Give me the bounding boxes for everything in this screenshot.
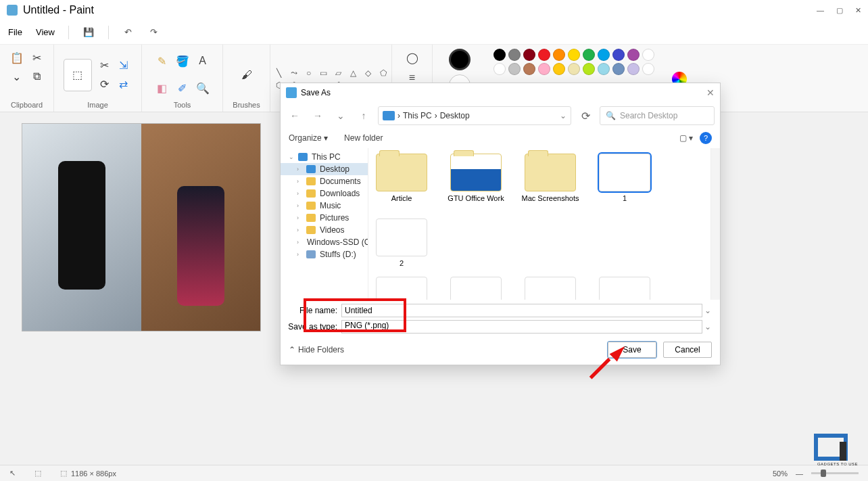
fill-tool[interactable]: 🪣	[174, 52, 191, 70]
color-swatch[interactable]	[568, 63, 580, 75]
statusbar: ↖ ⬚ ⬚1186 × 886px 50% —	[0, 465, 868, 481]
color-swatch[interactable]	[523, 49, 535, 61]
color-swatch[interactable]	[538, 63, 550, 75]
copy-button[interactable]: ⧉	[28, 68, 46, 85]
dialog-icon	[286, 87, 297, 98]
color-swatch[interactable]	[493, 49, 506, 61]
text-tool[interactable]: A	[194, 52, 212, 70]
undo-icon[interactable]: ↶	[122, 26, 135, 39]
nav-up-button[interactable]: ↑	[355, 110, 372, 121]
color1-swatch[interactable]	[449, 49, 471, 70]
nav-tree[interactable]: ⌄This PC ›Desktop ›Documents ›Downloads …	[281, 148, 368, 300]
color-swatch[interactable]	[598, 49, 610, 61]
file-list[interactable]: Article GTU Office Work Mac Screenshots …	[368, 148, 710, 300]
cancel-button[interactable]: Cancel	[663, 342, 712, 358]
color-swatch[interactable]	[508, 49, 521, 61]
search-icon: 🔍	[606, 111, 616, 120]
nav-recent-button[interactable]: ⌄	[332, 110, 349, 121]
redo-icon[interactable]: ↷	[148, 26, 160, 39]
rotate-icon[interactable]: ⟳	[96, 76, 114, 93]
view-options-button[interactable]: ▢ ▾	[679, 133, 693, 143]
file-item[interactable]: 2	[372, 219, 431, 267]
app-icon	[7, 5, 18, 16]
color-palette-row2[interactable]	[493, 63, 656, 75]
nav-forward-button[interactable]: →	[309, 110, 327, 121]
titlebar: Untitled - Paint — ▢ ✕	[0, 0, 868, 20]
filename-input[interactable]	[341, 304, 702, 317]
magnifier-tool[interactable]: 🔍	[194, 80, 212, 97]
maximize-button[interactable]: ▢	[836, 6, 843, 15]
crop-icon[interactable]: ✂	[96, 57, 114, 74]
folder-item[interactable]: Mac Screenshots	[521, 154, 579, 202]
watermark: GADGETS TO USE	[814, 434, 861, 467]
color-swatch[interactable]	[642, 63, 654, 75]
hide-folders-button[interactable]: ⌃Hide Folders	[289, 345, 344, 354]
filename-dropdown-icon[interactable]: ⌄	[702, 306, 713, 315]
folder-item[interactable]: GTU Office Work	[447, 154, 505, 202]
color-swatch[interactable]	[553, 63, 565, 75]
color-swatch[interactable]	[642, 49, 654, 61]
file-item[interactable]: 3	[372, 277, 431, 300]
scrollbar[interactable]	[710, 148, 720, 300]
zoom-value: 50%	[773, 469, 788, 478]
color-swatch[interactable]	[612, 49, 625, 61]
window-title: Untitled - Paint	[23, 4, 94, 16]
dims-icon: ⬚	[60, 469, 67, 478]
color-swatch[interactable]	[523, 63, 535, 75]
paste-button[interactable]: 📋	[8, 49, 26, 66]
color-swatch[interactable]	[568, 49, 580, 61]
zoom-slider[interactable]	[811, 472, 859, 474]
save-as-dialog: Save As ✕ ← → ⌄ ↑ › This PC › Desktop ⌄ …	[280, 83, 721, 365]
canvas-image-left	[22, 124, 141, 331]
zoom-out-button[interactable]: —	[796, 469, 803, 478]
file-item[interactable]: 4	[447, 277, 505, 300]
color-swatch[interactable]	[583, 49, 595, 61]
dialog-close-button[interactable]: ✕	[706, 87, 715, 98]
brush-tool[interactable]: 🖌	[238, 66, 256, 84]
canvas[interactable]	[22, 123, 261, 331]
save-icon[interactable]: 💾	[82, 26, 95, 39]
file-item[interactable]: 5	[521, 277, 579, 300]
color-swatch[interactable]	[627, 49, 640, 61]
resize-icon[interactable]: ⇲	[115, 57, 132, 74]
flip-icon[interactable]: ⇄	[115, 76, 132, 93]
help-button[interactable]: ?	[700, 132, 712, 144]
menu-view[interactable]: View	[36, 27, 55, 37]
refresh-button[interactable]: ⟳	[577, 110, 594, 122]
cut-button[interactable]: ✂	[28, 49, 46, 66]
eraser-tool[interactable]: ◧	[153, 80, 171, 97]
file-item[interactable]: 6	[596, 277, 654, 300]
color-swatch[interactable]	[553, 49, 565, 61]
canvas-dimensions: 1186 × 886px	[71, 469, 116, 478]
close-button[interactable]: ✕	[855, 6, 861, 15]
pencil-tool[interactable]: ✎	[153, 52, 171, 70]
group-tools-label: Tools	[174, 101, 191, 109]
color-palette-row1[interactable]	[493, 49, 656, 61]
color-swatch[interactable]	[508, 63, 521, 75]
color-swatch[interactable]	[627, 63, 640, 75]
outline-icon[interactable]: ◯	[404, 49, 421, 66]
file-item[interactable]: 1	[596, 154, 654, 202]
color-swatch[interactable]	[583, 63, 595, 75]
canvas-image-right	[141, 124, 260, 331]
savetype-combo[interactable]: PNG (*.png)	[341, 320, 702, 334]
picker-tool[interactable]: ✐	[174, 80, 191, 97]
nav-back-button[interactable]: ←	[286, 110, 304, 121]
group-brushes-label: Brushes	[233, 101, 260, 109]
clipboard-chevron-icon[interactable]: ⌄	[8, 68, 26, 85]
color-swatch[interactable]	[598, 63, 610, 75]
menu-file[interactable]: File	[8, 27, 22, 37]
folder-item[interactable]: Article	[372, 154, 431, 202]
selection-icon: ⬚	[34, 469, 41, 478]
organize-menu[interactable]: Organize ▾	[289, 133, 328, 143]
color-swatch[interactable]	[493, 63, 506, 75]
select-tool[interactable]: ⬚	[64, 59, 92, 91]
search-box[interactable]: 🔍 Search Desktop	[600, 106, 715, 125]
color-swatch[interactable]	[538, 49, 550, 61]
group-clipboard-label: Clipboard	[11, 101, 43, 109]
minimize-button[interactable]: —	[817, 6, 824, 15]
address-bar[interactable]: › This PC › Desktop ⌄	[378, 106, 571, 125]
savetype-dropdown-icon[interactable]: ⌄	[702, 322, 713, 331]
new-folder-button[interactable]: New folder	[344, 133, 383, 143]
color-swatch[interactable]	[612, 63, 625, 75]
